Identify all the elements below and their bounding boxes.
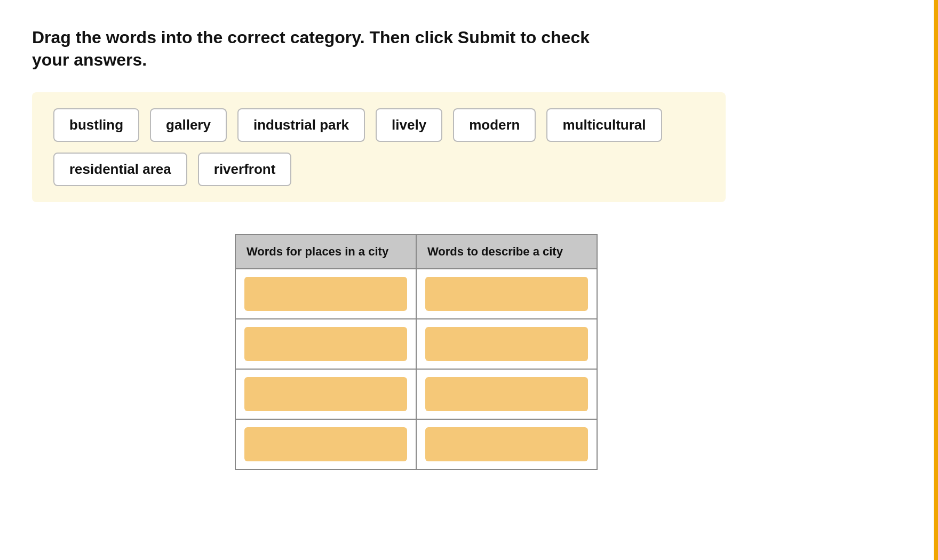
drop-slot-col2-row3[interactable] (425, 427, 588, 461)
main-container: Drag the words into the correct category… (0, 0, 928, 497)
col2-header: Words to describe a city (416, 235, 597, 269)
table-row (235, 419, 597, 469)
table-wrapper: Words for places in a city Words to desc… (235, 234, 598, 470)
drop-cell-col2-row3[interactable] (416, 419, 597, 469)
word-bank: bustlinggalleryindustrial parklivelymode… (32, 92, 726, 202)
word-chip-lively[interactable]: lively (376, 108, 442, 142)
word-chip-multicultural[interactable]: multicultural (546, 108, 662, 142)
drop-cell-col1-row1[interactable] (235, 319, 416, 369)
word-chip-industrial_park[interactable]: industrial park (237, 108, 365, 142)
drop-cell-col2-row1[interactable] (416, 319, 597, 369)
drop-slot-col1-row3[interactable] (244, 427, 407, 461)
drop-cell-col2-row2[interactable] (416, 369, 597, 419)
drop-cell-col1-row3[interactable] (235, 419, 416, 469)
drop-slot-col1-row0[interactable] (244, 277, 407, 311)
drop-cell-col2-row0[interactable] (416, 269, 597, 319)
word-chip-gallery[interactable]: gallery (150, 108, 227, 142)
category-table: Words for places in a city Words to desc… (235, 234, 598, 470)
instruction-text: Drag the words into the correct category… (32, 27, 619, 71)
table-row (235, 269, 597, 319)
drop-cell-col1-row2[interactable] (235, 369, 416, 419)
word-chip-riverfront[interactable]: riverfront (198, 153, 292, 186)
drop-slot-col1-row2[interactable] (244, 377, 407, 411)
word-chip-modern[interactable]: modern (453, 108, 536, 142)
col1-header: Words for places in a city (235, 235, 416, 269)
table-row (235, 369, 597, 419)
drop-slot-col2-row2[interactable] (425, 377, 588, 411)
drop-slot-col2-row1[interactable] (425, 327, 588, 361)
drop-cell-col1-row0[interactable] (235, 269, 416, 319)
word-chip-bustling[interactable]: bustling (53, 108, 139, 142)
drop-slot-col1-row1[interactable] (244, 327, 407, 361)
table-row (235, 319, 597, 369)
word-chip-residential_area[interactable]: residential area (53, 153, 187, 186)
drop-slot-col2-row0[interactable] (425, 277, 588, 311)
